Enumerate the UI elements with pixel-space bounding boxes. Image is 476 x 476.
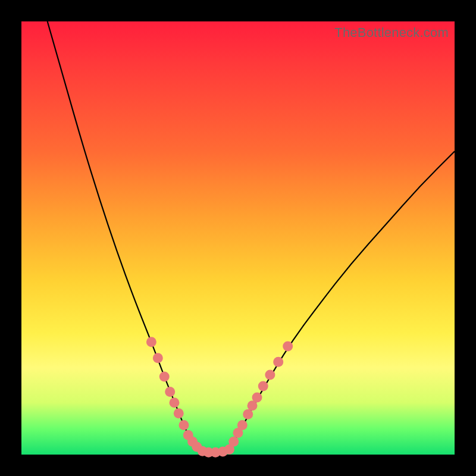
highlight-dot <box>265 370 275 380</box>
chart-frame: TheBottleneck.com <box>0 0 476 476</box>
highlight-dot <box>243 409 253 419</box>
chart-svg <box>21 21 455 455</box>
highlight-dot <box>179 420 189 430</box>
highlight-dot <box>237 420 248 430</box>
highlight-dot <box>252 392 262 402</box>
highlight-dot <box>165 387 175 397</box>
plot-area: TheBottleneck.com <box>21 21 455 455</box>
highlight-markers <box>146 337 293 458</box>
highlight-dot <box>153 353 163 363</box>
highlight-dot <box>174 408 184 418</box>
highlight-dot <box>283 342 293 352</box>
highlight-dot <box>146 337 156 347</box>
highlight-dot <box>159 371 170 381</box>
curve-right-branch <box>227 151 455 450</box>
highlight-dot <box>228 437 239 447</box>
highlight-dot <box>273 357 283 367</box>
highlight-dot <box>169 397 179 408</box>
curve-left-branch <box>48 21 201 450</box>
highlight-dot <box>258 381 268 391</box>
